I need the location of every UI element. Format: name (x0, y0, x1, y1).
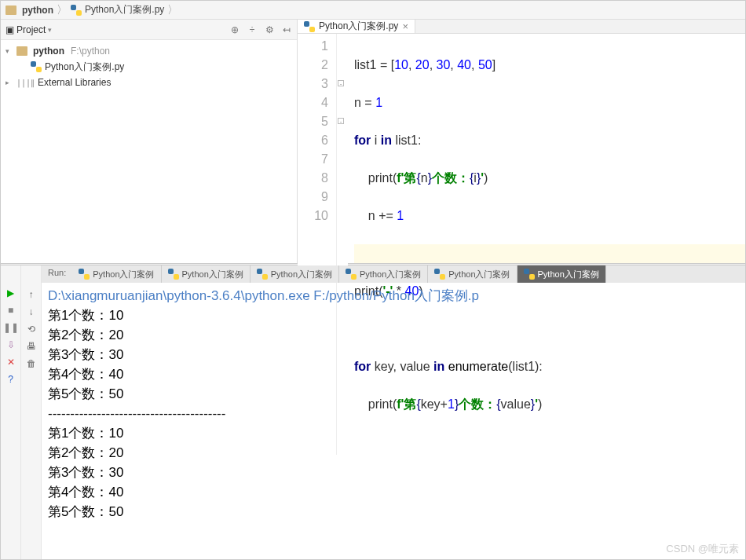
up-icon[interactable]: ↑ (24, 287, 38, 302)
project-tree: ▾ python F:\python Python入门案例.py ▸ |||∥ … (1, 40, 297, 263)
line-number: 2 (298, 56, 328, 75)
close-icon[interactable]: ✕ (4, 355, 18, 369)
unfold-icon[interactable]: - (338, 118, 344, 124)
expand-icon[interactable]: ÷ (247, 24, 258, 35)
print-icon[interactable]: 🖶 (24, 339, 38, 353)
collapse-all-icon[interactable]: ⊕ (229, 24, 240, 35)
console-output[interactable]: D:\xiangmuruanjian\python-3.6.4\python.e… (42, 283, 745, 560)
breadcrumb-file: Python入门案例.py (85, 3, 164, 16)
line-number: 9 (298, 188, 328, 207)
python-file-icon (168, 269, 179, 280)
python-file-icon (31, 61, 42, 72)
python-file-icon (79, 269, 90, 280)
trash-icon[interactable]: 🗑 (24, 357, 38, 371)
line-number: 4 (298, 93, 328, 112)
stop-icon[interactable]: ■ (4, 303, 18, 317)
console-line: 第1个数：10 (48, 306, 739, 325)
console-line: ---------------------------------------- (48, 404, 739, 423)
line-number: 7 (298, 150, 328, 169)
python-file-icon (346, 269, 357, 280)
editor-panel: Python入门案例.py × 1 2 3 4 5 6 7 8 9 10 - - (298, 20, 745, 263)
console-line: 第3个数：30 (48, 463, 739, 482)
tree-root-path: F:\python (71, 46, 110, 57)
line-number: 8 (298, 169, 328, 188)
chevron-right-icon[interactable]: ▸ (5, 79, 13, 86)
line-number: 6 (298, 131, 328, 150)
watermark: CSDN @唯元素 (666, 542, 739, 556)
wrap-icon[interactable]: ⟲ (24, 322, 38, 336)
tree-external-libs[interactable]: ▸ |||∥ External Libraries (1, 75, 297, 90)
run-tab[interactable]: Python入门案例 (162, 265, 250, 283)
run-toolbar-left: ▶ ■ ❚❚ ⇩ ✕ ? (1, 265, 21, 560)
run-label: Run: (42, 265, 72, 283)
console-line: 第4个数：40 (48, 364, 739, 384)
help-icon[interactable]: ? (4, 372, 18, 386)
folder-icon (5, 5, 16, 15)
line-number: 5 (298, 112, 328, 131)
hide-icon[interactable]: ↤ (281, 24, 292, 35)
gear-icon[interactable]: ⚙ (264, 24, 275, 35)
breadcrumb-bar: python 〉 Python入门案例.py 〉 (1, 1, 745, 20)
python-file-icon (71, 5, 82, 16)
chevron-down-icon[interactable]: ▾ (5, 47, 13, 55)
breadcrumb-folder: python (22, 5, 53, 16)
console-line: 第2个数：20 (48, 443, 739, 463)
run-tab-bar: Run: Python入门案例 Python入门案例 Python入门案例 Py… (42, 265, 745, 283)
chevron-right-icon: 〉 (57, 3, 68, 17)
tree-file-name: Python入门案例.py (45, 60, 124, 74)
tree-root[interactable]: ▾ python F:\python (1, 43, 297, 59)
python-file-icon (434, 269, 445, 280)
editor-tab[interactable]: Python入门案例.py × (298, 20, 415, 33)
editor-tab-label: Python入门案例.py (319, 20, 398, 33)
pause-icon[interactable]: ❚❚ (4, 320, 18, 335)
python-file-icon (257, 269, 268, 280)
run-tab[interactable]: Python入门案例 (250, 265, 339, 283)
run-panel: ▶ ■ ❚❚ ⇩ ✕ ? ↑ ↓ ⟲ 🖶 🗑 Run: Python入门案例 P… (1, 265, 745, 560)
run-tab[interactable]: Python入门案例 (428, 265, 517, 283)
console-line: 第5个数：50 (48, 384, 739, 404)
console-line: 第3个数：30 (48, 345, 739, 364)
console-line: 第1个数：10 (48, 423, 739, 443)
console-line: 第5个数：50 (48, 502, 739, 522)
python-file-icon (304, 21, 315, 32)
folder-icon (16, 46, 27, 56)
breadcrumb[interactable]: python 〉 Python入门案例.py 〉 (5, 3, 178, 17)
fold-icon[interactable]: - (338, 80, 344, 86)
tree-root-name: python (33, 46, 64, 57)
project-view-icon: ▣ (5, 24, 14, 35)
library-icon: |||∥ (16, 79, 35, 87)
line-number: 1 (298, 37, 328, 56)
run-toolbar-left2: ↑ ↓ ⟲ 🖶 🗑 (21, 265, 42, 560)
project-sidebar: ▣ Project ▾ ⊕ ÷ ⚙ ↤ ▾ python F:\python P… (1, 20, 298, 263)
play-icon[interactable]: ▶ (4, 286, 18, 300)
console-line: 第4个数：40 (48, 482, 739, 502)
sidebar-title[interactable]: Project (16, 24, 46, 35)
run-tab[interactable]: Python入门案例 (72, 265, 161, 283)
chevron-right-icon: 〉 (167, 3, 178, 17)
tree-file[interactable]: Python入门案例.py (1, 59, 297, 75)
dropdown-icon[interactable]: ▾ (48, 26, 52, 34)
run-tab[interactable]: Python入门案例 (339, 265, 428, 283)
run-tab-active[interactable]: Python入门案例 (517, 265, 606, 283)
console-command: D:\xiangmuruanjian\python-3.6.4\python.e… (48, 286, 739, 306)
python-file-icon (524, 269, 535, 280)
console-line: 第2个数：20 (48, 325, 739, 345)
tree-external-label: External Libraries (38, 77, 111, 88)
down-icon[interactable]: ↓ (24, 305, 38, 319)
close-icon[interactable]: × (402, 20, 408, 32)
dump-icon[interactable]: ⇩ (4, 338, 18, 352)
line-number: 3 (298, 75, 328, 93)
line-number: 10 (298, 207, 328, 225)
editor-tab-bar: Python入门案例.py × (298, 20, 745, 34)
sidebar-header: ▣ Project ▾ ⊕ ÷ ⚙ ↤ (1, 20, 297, 40)
